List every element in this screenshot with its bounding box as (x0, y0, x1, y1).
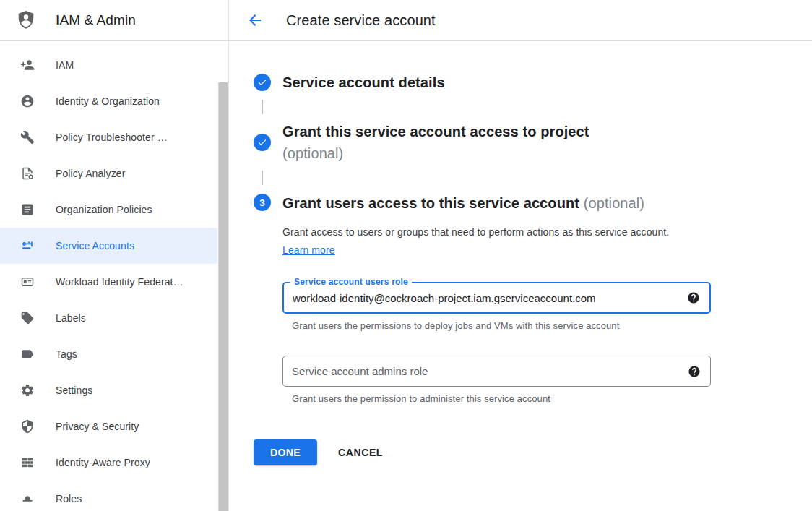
page-title: Create service account (286, 12, 436, 29)
sidebar-item-tags[interactable]: Tags (0, 336, 217, 372)
page-header: Create service account (229, 0, 812, 41)
step-3-description-text: Grant access to users or groups that nee… (282, 226, 669, 238)
users-role-helper-text: Grant users the permissions to deploy jo… (292, 320, 711, 331)
cancel-button[interactable]: CANCEL (338, 439, 383, 465)
sidebar-scrollbar[interactable] (218, 82, 228, 511)
app-window: IAM & Admin IAM Identity & Organization (0, 0, 812, 511)
admins-role-field (282, 356, 711, 387)
sidebar-item-privacy-security[interactable]: Privacy & Security (0, 408, 217, 445)
step-2-title: Grant this service account access to pro… (282, 121, 589, 164)
sidebar-item-label: IAM (56, 59, 74, 71)
sidebar-header: IAM & Admin (0, 0, 228, 41)
sidebar-item-label: Privacy & Security (56, 421, 139, 432)
step-connector (262, 171, 263, 185)
help-icon[interactable] (687, 291, 700, 304)
main-panel: Create service account Service account d… (229, 0, 812, 511)
sidebar-item-organization-policies[interactable]: Organization Policies (0, 192, 217, 228)
step-2-title-text: Grant this service account access to pro… (282, 121, 589, 142)
sidebar-item-settings[interactable]: Settings (0, 372, 217, 408)
step-connector (262, 100, 263, 114)
sidebar-item-policy-analyzer[interactable]: Policy Analyzer (0, 155, 217, 192)
admins-role-input[interactable] (283, 356, 688, 386)
sidebar-item-label: Workload Identity Federat… (56, 276, 183, 288)
sidebar-nav: IAM Identity & Organization Policy Troub… (0, 41, 228, 511)
tag-icon (20, 311, 35, 325)
sidebar-item-label: Identity & Organization (56, 95, 160, 107)
step-1-check-icon (254, 74, 271, 91)
step-3-title[interactable]: Grant users access to this service accou… (282, 194, 711, 212)
sidebar-item-label: Policy Analyzer (56, 168, 125, 179)
wrench-icon (20, 130, 35, 145)
sidebar-item-label: Tags (56, 348, 77, 360)
admins-role-helper-text: Grant users the permission to administer… (292, 393, 711, 404)
sidebar-item-identity-organization[interactable]: Identity & Organization (0, 83, 217, 119)
shield-half-icon (20, 419, 35, 434)
users-role-input[interactable] (284, 283, 687, 312)
label-arrow-icon (20, 347, 35, 361)
step-1-header[interactable]: Service account details (254, 72, 783, 93)
step-3-title-text: Grant users access to this service accou… (282, 195, 579, 211)
id-card-icon (20, 275, 35, 289)
sidebar-item-iam[interactable]: IAM (0, 47, 217, 83)
step-1-title: Service account details (282, 72, 445, 93)
step-2-optional-label: (optional) (282, 142, 589, 164)
step-2-check-icon (254, 134, 271, 151)
policy-analyzer-icon (20, 166, 35, 181)
form-actions: DONE CANCEL (254, 439, 783, 465)
article-icon (20, 202, 35, 217)
step-3-description: Grant access to users or groups that nee… (282, 223, 688, 259)
sidebar-item-label: Identity-Aware Proxy (56, 457, 150, 468)
sidebar-item-policy-troubleshooter[interactable]: Policy Troubleshooter … (0, 119, 217, 155)
done-button[interactable]: DONE (254, 439, 317, 465)
sidebar-item-service-accounts[interactable]: Service Accounts (0, 228, 217, 264)
sidebar-item-identity-aware-proxy[interactable]: Identity-Aware Proxy (0, 445, 217, 481)
gear-icon (20, 383, 35, 398)
users-role-field: Service account users role (282, 282, 711, 314)
person-circle-icon (20, 94, 35, 108)
app-title: IAM & Admin (56, 12, 136, 28)
sidebar-item-roles[interactable]: Roles (0, 481, 217, 511)
step-3-number: 3 (259, 197, 265, 208)
step-2-header[interactable]: Grant this service account access to pro… (254, 121, 783, 164)
sidebar-item-label: Labels (56, 312, 86, 324)
help-icon[interactable] (688, 365, 701, 378)
sidebar-item-workload-identity-federation[interactable]: Workload Identity Federat… (0, 264, 217, 300)
sidebar-item-label: Service Accounts (56, 240, 134, 252)
service-account-key-icon (20, 239, 35, 253)
hat-icon (20, 491, 35, 506)
sidebar-item-label: Policy Troubleshooter … (56, 132, 168, 143)
sidebar-item-label: Settings (56, 385, 92, 396)
users-role-field-label: Service account users role (290, 277, 412, 287)
sidebar-item-labels[interactable]: Labels (0, 300, 217, 336)
sidebar-item-label: Organization Policies (56, 204, 152, 215)
step-3-section: 3 Grant users access to this service acc… (254, 194, 783, 404)
create-service-account-form: Service account details Grant this servi… (229, 41, 812, 465)
proxy-bricks-icon (20, 455, 35, 470)
person-add-icon (20, 58, 35, 72)
step-3-number-badge: 3 (254, 194, 271, 211)
step-3-optional-label: (optional) (584, 195, 644, 211)
iam-shield-logo-icon (15, 9, 37, 31)
back-arrow-button[interactable] (246, 12, 264, 29)
learn-more-link[interactable]: Learn more (282, 244, 335, 256)
sidebar: IAM & Admin IAM Identity & Organization (0, 0, 229, 511)
sidebar-item-label: Roles (56, 493, 82, 504)
